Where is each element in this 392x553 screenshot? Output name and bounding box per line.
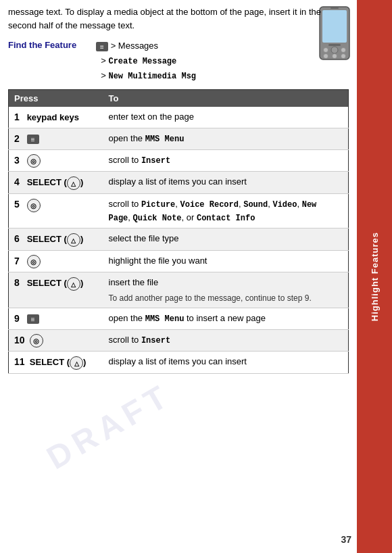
path-bold-3: New Multimedia Msg <box>108 72 196 81</box>
voice-ref: Voice Record <box>180 200 239 210</box>
select-icon: △ <box>67 233 80 247</box>
select-key: SELECT (△) <box>27 278 84 288</box>
select-key: SELECT (△) <box>30 357 87 367</box>
press-cell: 10 ◎ <box>9 329 103 352</box>
main-content: message text. To display a media object … <box>0 0 357 553</box>
to-cell: open the MMS Menu to insert a new page <box>103 308 349 329</box>
sidebar-label: Highlight Features <box>370 232 380 321</box>
press-cell: 3 ◎ <box>9 149 103 172</box>
picture-ref: Picture <box>141 200 175 210</box>
table-row: 6 SELECT (△) select the file type <box>9 229 349 251</box>
step-num: 9 <box>14 313 20 324</box>
nav-icon: ◎ <box>27 154 41 168</box>
nav-icon: ◎ <box>27 199 41 212</box>
table-row: 10 ◎ scroll to Insert <box>9 329 349 352</box>
press-cell: 9 <box>9 308 103 329</box>
nav-icon: ◎ <box>30 334 43 347</box>
press-cell: 1 keypad keys <box>9 107 103 128</box>
press-cell: 6 SELECT (△) <box>9 229 103 251</box>
to-header: To <box>103 89 349 107</box>
step-num: 3 <box>14 155 20 166</box>
to-cell: insert the file To add another page to t… <box>103 272 349 308</box>
mms-menu-ref: MMS Menu <box>145 135 185 144</box>
path-item-1: > Messages <box>96 39 196 53</box>
note-text: To add another page to the message, cont… <box>109 292 343 304</box>
video-ref: Video <box>272 200 297 210</box>
to-cell: display a list of items you can insert <box>103 172 349 194</box>
step-num: 7 <box>14 256 20 266</box>
select-key: SELECT (△) <box>27 234 84 244</box>
to-cell: enter text on the page <box>103 107 349 128</box>
select-icon: △ <box>67 176 80 190</box>
table-row: 9 open the MMS Menu to insert a new page <box>9 308 349 329</box>
insert-ref2: Insert <box>141 336 170 345</box>
sidebar: Highlight Features <box>357 0 392 553</box>
press-cell: 2 <box>9 128 103 149</box>
instruction-table: Press To 1 keypad keys enter text on the… <box>8 89 349 374</box>
press-cell: 5 ◎ <box>9 194 103 229</box>
mms-menu-ref2: MMS Menu <box>145 314 185 324</box>
step-num: 11 <box>14 356 25 367</box>
table-row: 8 SELECT (△) insert the file To add anot… <box>9 272 349 308</box>
nav-icon: ◎ <box>27 255 41 268</box>
header-row: Press To <box>9 89 349 107</box>
table-body: 1 keypad keys enter text on the page 2 o… <box>9 107 349 373</box>
step-num: 6 <box>14 233 20 244</box>
press-cell: 11 SELECT (△) <box>9 352 103 374</box>
table-row: 1 keypad keys enter text on the page <box>9 107 349 128</box>
intro-text: message text. To display a media object … <box>8 0 349 39</box>
menu-key-icon <box>27 135 39 144</box>
find-feature-path: > Messages > Create Message > New Multim… <box>96 39 196 84</box>
insert-ref: Insert <box>141 156 170 166</box>
table-row: 3 ◎ scroll to Insert <box>9 149 349 172</box>
to-cell: display a list of items you can insert <box>103 352 349 374</box>
to-cell: scroll to Picture, Voice Record, Sound, … <box>103 194 349 229</box>
select-icon: △ <box>70 356 83 370</box>
path-item-3: > New Multimedia Msg <box>96 68 196 83</box>
to-text: insert the file <box>109 277 159 287</box>
to-cell: scroll to Insert <box>103 329 349 352</box>
press-value: keypad keys <box>27 112 79 122</box>
quicknote-ref: Quick Note <box>133 214 182 223</box>
draft-watermark: DRAFT <box>41 376 178 477</box>
step-num: 10 <box>14 335 25 345</box>
to-cell: scroll to Insert <box>103 149 349 172</box>
step-num: 1 <box>14 112 20 122</box>
step-num: 2 <box>14 133 20 144</box>
to-cell: highlight the file you want <box>103 250 349 272</box>
menu-key-icon <box>96 42 108 51</box>
select-icon: △ <box>67 277 80 291</box>
sound-ref: Sound <box>243 200 268 210</box>
table-row: 2 open the MMS Menu <box>9 128 349 149</box>
page-number: 37 <box>341 534 351 545</box>
step-num: 4 <box>14 176 20 187</box>
to-cell: select the file type <box>103 229 349 251</box>
table-row: 7 ◎ highlight the file you want <box>9 250 349 272</box>
contactinfo-ref: Contact Info <box>197 214 255 223</box>
table-row: 5 ◎ scroll to Picture, Voice Record, Sou… <box>9 194 349 229</box>
step-num: 5 <box>14 199 20 210</box>
press-cell: 8 SELECT (△) <box>9 272 103 308</box>
find-feature-label: Find the Feature <box>8 39 96 50</box>
press-cell: 4 SELECT (△) <box>9 172 103 194</box>
find-feature-section: Find the Feature > Messages > Create Mes… <box>8 39 349 84</box>
press-cell: 7 ◎ <box>9 250 103 272</box>
menu-key-icon <box>27 314 39 324</box>
table-row: 4 SELECT (△) display a list of items you… <box>9 172 349 194</box>
path-text-1: > Messages <box>111 41 158 51</box>
table-header: Press To <box>9 89 349 107</box>
select-key: SELECT (△) <box>27 177 84 187</box>
path-item-2: > Create Message <box>96 53 196 68</box>
table-row: 11 SELECT (△) display a list of items yo… <box>9 352 349 374</box>
step-num: 8 <box>14 277 20 288</box>
press-header: Press <box>9 89 103 107</box>
to-cell: open the MMS Menu <box>103 128 349 149</box>
path-bold-2: Create Message <box>108 57 176 66</box>
